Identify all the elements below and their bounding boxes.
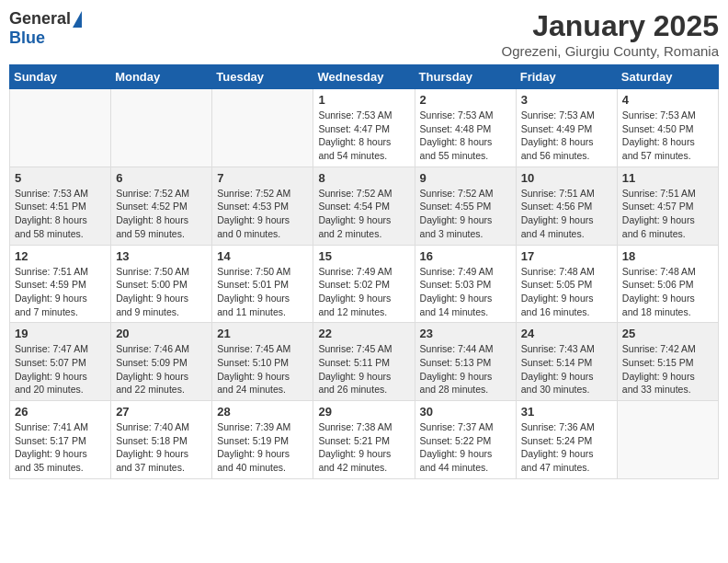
day-info: Sunrise: 7:53 AMSunset: 4:50 PMDaylight:… bbox=[622, 109, 713, 163]
day-number: 20 bbox=[116, 327, 207, 340]
calendar-week-row: 26Sunrise: 7:41 AMSunset: 5:17 PMDayligh… bbox=[10, 401, 719, 479]
day-info: Sunrise: 7:37 AMSunset: 5:22 PMDaylight:… bbox=[420, 420, 511, 475]
logo-triangle-icon bbox=[73, 11, 82, 28]
calendar-day-cell: 30Sunrise: 7:37 AMSunset: 5:22 PMDayligh… bbox=[415, 401, 516, 479]
day-number: 28 bbox=[217, 405, 308, 419]
calendar-day-cell: 29Sunrise: 7:38 AMSunset: 5:21 PMDayligh… bbox=[313, 401, 415, 479]
calendar-day-cell bbox=[10, 89, 111, 167]
calendar-table: SundayMondayTuesdayWednesdayThursdayFrid… bbox=[9, 64, 719, 479]
calendar-day-cell: 6Sunrise: 7:52 AMSunset: 4:52 PMDaylight… bbox=[111, 167, 212, 245]
day-of-week-header: Sunday bbox=[10, 65, 111, 89]
calendar-day-cell bbox=[111, 89, 212, 167]
day-info: Sunrise: 7:52 AMSunset: 4:55 PMDaylight:… bbox=[420, 187, 511, 241]
day-info: Sunrise: 7:50 AMSunset: 5:01 PMDaylight:… bbox=[217, 265, 308, 319]
page-header: General Blue January 2025 Ogrezeni, Giur… bbox=[9, 9, 719, 59]
day-info: Sunrise: 7:52 AMSunset: 4:54 PMDaylight:… bbox=[318, 187, 409, 241]
calendar-day-cell: 9Sunrise: 7:52 AMSunset: 4:55 PMDaylight… bbox=[415, 167, 516, 245]
logo-blue-text: Blue bbox=[9, 29, 45, 48]
calendar-day-cell: 31Sunrise: 7:36 AMSunset: 5:24 PMDayligh… bbox=[516, 401, 617, 479]
day-number: 23 bbox=[420, 327, 511, 340]
day-number: 6 bbox=[116, 171, 207, 185]
calendar-week-row: 5Sunrise: 7:53 AMSunset: 4:51 PMDaylight… bbox=[10, 167, 719, 245]
month-title: January 2025 bbox=[502, 9, 720, 43]
day-info: Sunrise: 7:45 AMSunset: 5:11 PMDaylight:… bbox=[318, 342, 409, 396]
day-number: 22 bbox=[318, 327, 409, 340]
day-info: Sunrise: 7:51 AMSunset: 4:59 PMDaylight:… bbox=[15, 265, 106, 319]
calendar-header-row: SundayMondayTuesdayWednesdayThursdayFrid… bbox=[10, 65, 719, 89]
day-info: Sunrise: 7:47 AMSunset: 5:07 PMDaylight:… bbox=[15, 342, 106, 396]
day-of-week-header: Monday bbox=[111, 65, 212, 89]
day-info: Sunrise: 7:52 AMSunset: 4:52 PMDaylight:… bbox=[116, 187, 207, 241]
day-info: Sunrise: 7:52 AMSunset: 4:53 PMDaylight:… bbox=[217, 187, 308, 241]
day-info: Sunrise: 7:53 AMSunset: 4:49 PMDaylight:… bbox=[521, 109, 612, 163]
calendar-day-cell: 23Sunrise: 7:44 AMSunset: 5:13 PMDayligh… bbox=[415, 323, 516, 401]
day-number: 14 bbox=[217, 249, 308, 263]
day-info: Sunrise: 7:43 AMSunset: 5:14 PMDaylight:… bbox=[521, 342, 612, 396]
location-title: Ogrezeni, Giurgiu County, Romania bbox=[502, 43, 720, 59]
day-info: Sunrise: 7:51 AMSunset: 4:56 PMDaylight:… bbox=[521, 187, 612, 241]
calendar-day-cell: 1Sunrise: 7:53 AMSunset: 4:47 PMDaylight… bbox=[313, 89, 415, 167]
day-number: 31 bbox=[521, 405, 612, 419]
day-info: Sunrise: 7:53 AMSunset: 4:51 PMDaylight:… bbox=[15, 187, 106, 241]
calendar-day-cell bbox=[212, 89, 313, 167]
calendar-day-cell: 20Sunrise: 7:46 AMSunset: 5:09 PMDayligh… bbox=[111, 323, 212, 401]
day-number: 18 bbox=[622, 249, 713, 263]
day-info: Sunrise: 7:48 AMSunset: 5:05 PMDaylight:… bbox=[521, 265, 612, 319]
calendar-week-row: 19Sunrise: 7:47 AMSunset: 5:07 PMDayligh… bbox=[10, 323, 719, 401]
day-number: 30 bbox=[420, 405, 511, 419]
day-info: Sunrise: 7:38 AMSunset: 5:21 PMDaylight:… bbox=[318, 420, 409, 475]
day-number: 24 bbox=[521, 327, 612, 340]
day-number: 15 bbox=[318, 249, 409, 263]
day-number: 3 bbox=[521, 93, 612, 107]
day-number: 13 bbox=[116, 249, 207, 263]
day-info: Sunrise: 7:39 AMSunset: 5:19 PMDaylight:… bbox=[217, 420, 308, 475]
day-info: Sunrise: 7:50 AMSunset: 5:00 PMDaylight:… bbox=[116, 265, 207, 319]
calendar-day-cell: 18Sunrise: 7:48 AMSunset: 5:06 PMDayligh… bbox=[617, 245, 718, 323]
calendar-day-cell: 14Sunrise: 7:50 AMSunset: 5:01 PMDayligh… bbox=[212, 245, 313, 323]
day-number: 9 bbox=[420, 171, 511, 185]
calendar-day-cell: 27Sunrise: 7:40 AMSunset: 5:18 PMDayligh… bbox=[111, 401, 212, 479]
day-number: 11 bbox=[622, 171, 713, 185]
day-number: 29 bbox=[318, 405, 409, 419]
calendar-day-cell: 21Sunrise: 7:45 AMSunset: 5:10 PMDayligh… bbox=[212, 323, 313, 401]
day-info: Sunrise: 7:36 AMSunset: 5:24 PMDaylight:… bbox=[521, 420, 612, 475]
day-of-week-header: Friday bbox=[516, 65, 617, 89]
calendar-day-cell: 16Sunrise: 7:49 AMSunset: 5:03 PMDayligh… bbox=[415, 245, 516, 323]
day-number: 21 bbox=[217, 327, 308, 340]
title-block: January 2025 Ogrezeni, Giurgiu County, R… bbox=[502, 9, 720, 59]
calendar-day-cell: 7Sunrise: 7:52 AMSunset: 4:53 PMDaylight… bbox=[212, 167, 313, 245]
calendar-day-cell: 3Sunrise: 7:53 AMSunset: 4:49 PMDaylight… bbox=[516, 89, 617, 167]
calendar-day-cell: 26Sunrise: 7:41 AMSunset: 5:17 PMDayligh… bbox=[10, 401, 111, 479]
day-info: Sunrise: 7:49 AMSunset: 5:02 PMDaylight:… bbox=[318, 265, 409, 319]
day-of-week-header: Saturday bbox=[617, 65, 718, 89]
day-info: Sunrise: 7:42 AMSunset: 5:15 PMDaylight:… bbox=[622, 342, 713, 396]
day-info: Sunrise: 7:41 AMSunset: 5:17 PMDaylight:… bbox=[15, 420, 106, 475]
calendar-day-cell: 25Sunrise: 7:42 AMSunset: 5:15 PMDayligh… bbox=[617, 323, 718, 401]
day-number: 12 bbox=[15, 249, 106, 263]
day-info: Sunrise: 7:53 AMSunset: 4:47 PMDaylight:… bbox=[318, 109, 409, 163]
calendar-week-row: 12Sunrise: 7:51 AMSunset: 4:59 PMDayligh… bbox=[10, 245, 719, 323]
day-number: 19 bbox=[15, 327, 106, 340]
day-number: 4 bbox=[622, 93, 713, 107]
day-of-week-header: Wednesday bbox=[313, 65, 415, 89]
day-number: 16 bbox=[420, 249, 511, 263]
calendar-day-cell: 22Sunrise: 7:45 AMSunset: 5:11 PMDayligh… bbox=[313, 323, 415, 401]
day-number: 26 bbox=[15, 405, 106, 419]
calendar-day-cell: 28Sunrise: 7:39 AMSunset: 5:19 PMDayligh… bbox=[212, 401, 313, 479]
day-number: 17 bbox=[521, 249, 612, 263]
day-number: 10 bbox=[521, 171, 612, 185]
day-info: Sunrise: 7:46 AMSunset: 5:09 PMDaylight:… bbox=[116, 342, 207, 396]
calendar-day-cell: 11Sunrise: 7:51 AMSunset: 4:57 PMDayligh… bbox=[617, 167, 718, 245]
day-info: Sunrise: 7:40 AMSunset: 5:18 PMDaylight:… bbox=[116, 420, 207, 475]
calendar-week-row: 1Sunrise: 7:53 AMSunset: 4:47 PMDaylight… bbox=[10, 89, 719, 167]
day-info: Sunrise: 7:49 AMSunset: 5:03 PMDaylight:… bbox=[420, 265, 511, 319]
day-info: Sunrise: 7:48 AMSunset: 5:06 PMDaylight:… bbox=[622, 265, 713, 319]
calendar-day-cell: 10Sunrise: 7:51 AMSunset: 4:56 PMDayligh… bbox=[516, 167, 617, 245]
day-info: Sunrise: 7:51 AMSunset: 4:57 PMDaylight:… bbox=[622, 187, 713, 241]
day-number: 5 bbox=[15, 171, 106, 185]
calendar-day-cell: 12Sunrise: 7:51 AMSunset: 4:59 PMDayligh… bbox=[10, 245, 111, 323]
day-number: 8 bbox=[318, 171, 409, 185]
calendar-day-cell bbox=[617, 401, 718, 479]
calendar-day-cell: 4Sunrise: 7:53 AMSunset: 4:50 PMDaylight… bbox=[617, 89, 718, 167]
day-info: Sunrise: 7:45 AMSunset: 5:10 PMDaylight:… bbox=[217, 342, 308, 396]
